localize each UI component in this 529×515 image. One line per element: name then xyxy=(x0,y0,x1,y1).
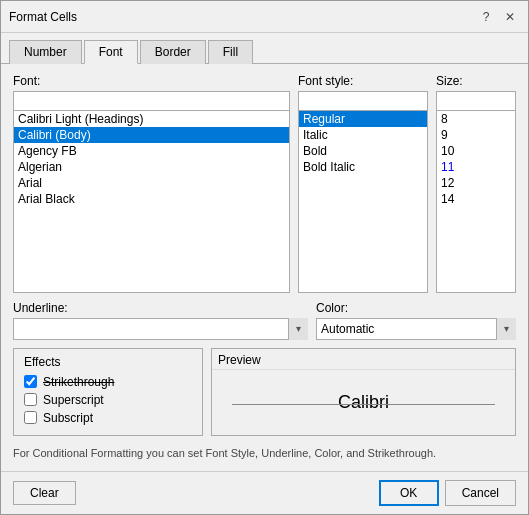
title-controls: ? ✕ xyxy=(476,7,520,27)
list-item[interactable]: Algerian xyxy=(14,159,289,175)
bottom-bar: Clear OK Cancel xyxy=(1,471,528,514)
list-item[interactable]: Bold Italic xyxy=(299,159,427,175)
style-input[interactable] xyxy=(299,92,427,111)
superscript-row: Superscript xyxy=(24,393,192,407)
close-button[interactable]: ✕ xyxy=(500,7,520,27)
size-column: Size: 8 9 10 11 12 14 xyxy=(436,74,516,293)
style-listbox-wrapper: Regular Italic Bold Bold Italic xyxy=(298,91,428,293)
list-item[interactable]: Calibri Light (Headings) xyxy=(14,111,289,127)
font-list[interactable]: Calibri Light (Headings) Calibri (Body) … xyxy=(14,111,289,292)
dialog-title: Format Cells xyxy=(9,10,77,24)
style-list[interactable]: Regular Italic Bold Bold Italic xyxy=(299,111,427,292)
subscript-label: Subscript xyxy=(43,411,93,425)
underline-label: Underline: xyxy=(13,301,308,315)
title-bar: Format Cells ? ✕ xyxy=(1,1,528,33)
strikethrough-label: Strikethrough xyxy=(43,375,114,389)
list-item[interactable]: 9 xyxy=(437,127,515,143)
font-label: Font: xyxy=(13,74,290,88)
style-label: Font style: xyxy=(298,74,428,88)
list-item[interactable]: 12 xyxy=(437,175,515,191)
strikethrough-checkbox[interactable] xyxy=(24,375,37,388)
tab-font[interactable]: Font xyxy=(84,40,138,64)
format-cells-dialog: Format Cells ? ✕ Number Font Border Fill… xyxy=(0,0,529,515)
preview-text: Calibri xyxy=(338,392,389,413)
list-item[interactable]: 8 xyxy=(437,111,515,127)
size-input[interactable] xyxy=(437,92,515,111)
list-item[interactable]: Bold xyxy=(299,143,427,159)
dialog-content: Font: Calibri Light (Headings) Calibri (… xyxy=(1,64,528,471)
superscript-label: Superscript xyxy=(43,393,104,407)
list-item[interactable]: 14 xyxy=(437,191,515,207)
tab-bar: Number Font Border Fill xyxy=(1,33,528,64)
tab-fill[interactable]: Fill xyxy=(208,40,253,64)
tab-border[interactable]: Border xyxy=(140,40,206,64)
size-list[interactable]: 8 9 10 11 12 14 xyxy=(437,111,515,292)
preview-title: Preview xyxy=(212,349,515,369)
underline-select-wrapper: None Single Double ▾ xyxy=(13,318,308,340)
preview-box: Preview Calibri xyxy=(211,348,516,436)
effects-box: Effects Strikethrough Superscript Subscr… xyxy=(13,348,203,436)
color-select[interactable]: Automatic xyxy=(316,318,516,340)
tab-number[interactable]: Number xyxy=(9,40,82,64)
list-item[interactable]: Arial xyxy=(14,175,289,191)
subscript-row: Subscript xyxy=(24,411,192,425)
strikethrough-row: Strikethrough xyxy=(24,375,192,389)
cancel-button[interactable]: Cancel xyxy=(445,480,516,506)
color-column: Color: Automatic ▾ xyxy=(316,301,516,340)
preview-content: Calibri xyxy=(212,369,515,435)
clear-button[interactable]: Clear xyxy=(13,481,76,505)
subscript-checkbox[interactable] xyxy=(24,411,37,424)
font-listbox-wrapper: Calibri Light (Headings) Calibri (Body) … xyxy=(13,91,290,293)
size-listbox-wrapper: 8 9 10 11 12 14 xyxy=(436,91,516,293)
list-item[interactable]: 11 xyxy=(437,159,515,175)
underline-color-row: Underline: None Single Double ▾ Color: A… xyxy=(13,301,516,340)
list-item[interactable]: Agency FB xyxy=(14,143,289,159)
list-item[interactable]: Arial Black xyxy=(14,191,289,207)
help-button[interactable]: ? xyxy=(476,7,496,27)
superscript-checkbox[interactable] xyxy=(24,393,37,406)
color-label: Color: xyxy=(316,301,516,315)
list-item[interactable]: Regular xyxy=(299,111,427,127)
font-input[interactable] xyxy=(14,92,289,111)
effects-title: Effects xyxy=(24,355,192,369)
info-text: For Conditional Formatting you can set F… xyxy=(13,446,516,461)
list-item[interactable]: Italic xyxy=(299,127,427,143)
color-select-wrapper: Automatic ▾ xyxy=(316,318,516,340)
underline-column: Underline: None Single Double ▾ xyxy=(13,301,308,340)
style-column: Font style: Regular Italic Bold Bold Ita… xyxy=(298,74,428,293)
bottom-right-buttons: OK Cancel xyxy=(379,480,516,506)
font-column: Font: Calibri Light (Headings) Calibri (… xyxy=(13,74,290,293)
size-label: Size: xyxy=(436,74,516,88)
list-item[interactable]: Calibri (Body) xyxy=(14,127,289,143)
ok-button[interactable]: OK xyxy=(379,480,439,506)
preview-underline xyxy=(232,404,495,405)
effects-preview-row: Effects Strikethrough Superscript Subscr… xyxy=(13,348,516,436)
list-item[interactable]: 10 xyxy=(437,143,515,159)
underline-select[interactable]: None Single Double xyxy=(13,318,308,340)
top-row: Font: Calibri Light (Headings) Calibri (… xyxy=(13,74,516,293)
